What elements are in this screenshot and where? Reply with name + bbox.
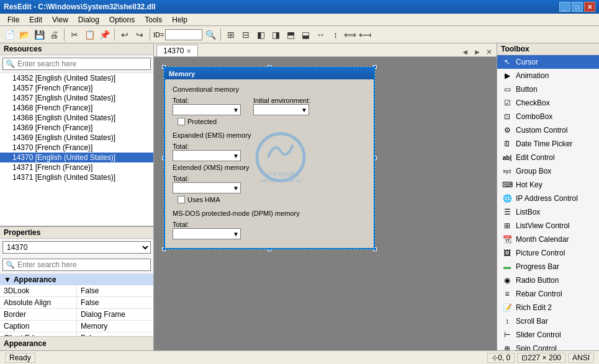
toolbox-item-month-calendar[interactable]: 📆 Month Calendar	[497, 233, 599, 246]
list-item[interactable]: 14352 [English (United States)]	[0, 73, 153, 83]
maximize-button[interactable]: □	[572, 2, 583, 12]
menu-tools[interactable]: Tools	[140, 14, 167, 25]
center-h[interactable]: ↔	[313, 28, 327, 42]
undo-button[interactable]: ↩	[118, 28, 132, 42]
toolbox-item-radio-button[interactable]: ◉ Radio Button	[497, 273, 599, 287]
toolbox-item-label: CheckBox	[516, 99, 550, 107]
ems-total-combo[interactable]: ▼	[173, 150, 241, 161]
dpmi-total-combo[interactable]: ▼	[173, 228, 241, 239]
xms-total-group: Total: ▼	[173, 175, 366, 193]
close-editor-button[interactable]: ✕	[484, 48, 494, 56]
toolbox-item-ip-address[interactable]: 🌐 IP Address Control	[497, 192, 599, 205]
align-button[interactable]: ⊟	[239, 28, 253, 42]
prop-value[interactable]: False	[77, 297, 153, 308]
toolbox-item-edit-control[interactable]: ab| Edit Control	[497, 151, 599, 164]
align-left[interactable]: ◧	[254, 28, 268, 42]
menu-options[interactable]: Options	[104, 14, 140, 25]
print-button[interactable]: 🖨	[47, 28, 61, 42]
total-combo[interactable]: ▼	[173, 104, 241, 115]
list-item[interactable]: 14369 [English (United States)]	[0, 133, 153, 143]
toolbox-item-slider-control[interactable]: ⊢ Slider Control	[497, 328, 599, 342]
save-button[interactable]: 💾	[32, 28, 46, 42]
toolbox-item-progress-bar[interactable]: ▬ Progress Bar	[497, 260, 599, 273]
list-item[interactable]: 14371 [English (United States)]	[0, 172, 153, 182]
align-top[interactable]: ⬒	[284, 28, 297, 42]
toolbox-item-cursor[interactable]: ↖ Cursor	[497, 55, 599, 69]
menu-view[interactable]: View	[47, 14, 73, 25]
new-button[interactable]: 📄	[2, 28, 16, 42]
open-button[interactable]: 📂	[17, 28, 31, 42]
toolbox-item-hot-key[interactable]: ⌨ Hot Key	[497, 178, 599, 192]
protected-row: Protected	[178, 118, 366, 125]
toolbox-item-rebar-control[interactable]: ≡ Rebar Control	[497, 287, 599, 301]
list-item[interactable]: 14368 [English (United States)]	[0, 113, 153, 123]
menu-file[interactable]: File	[2, 14, 24, 25]
ems-total-label: Total:	[173, 143, 366, 150]
slider-control-icon: ⊢	[502, 330, 512, 340]
minimize-button[interactable]: _	[559, 2, 570, 12]
list-item[interactable]: 14357 [French (France)]	[0, 83, 153, 93]
toolbox-item-animation[interactable]: ▶ Animation	[497, 69, 599, 82]
toolbox-item-picture-control[interactable]: 🖼 Picture Control	[497, 246, 599, 260]
center-v[interactable]: ↕	[328, 28, 342, 42]
align-right[interactable]: ◨	[269, 28, 282, 42]
toolbox-item-label: Animation	[516, 71, 549, 80]
toolbox-item-listbox[interactable]: ☰ ListBox	[497, 205, 599, 219]
list-item[interactable]: 14370 [French (France)]	[0, 143, 153, 153]
section-label: Appearance	[14, 275, 56, 284]
cut-button[interactable]: ✂	[68, 28, 81, 42]
toolbox-item-spin-control[interactable]: ⊕ Spin Control	[497, 342, 599, 350]
edit-control-icon: ab|	[502, 153, 512, 162]
toolbox-item-checkbox[interactable]: ☑ CheckBox	[497, 96, 599, 110]
space-h[interactable]: ⟺	[343, 28, 357, 42]
listbox-icon: ☰	[502, 207, 512, 217]
list-item[interactable]: 14371 [French (France)]	[0, 162, 153, 172]
redo-button[interactable]: ↪	[133, 28, 146, 42]
id-input[interactable]	[165, 29, 202, 40]
list-item[interactable]: 14368 [French (France)]	[0, 103, 153, 113]
title-bar-title: ResEdit - C:\Windows\System32\shell32.dl…	[4, 2, 156, 11]
toolbox-item-combobox[interactable]: ⊡ ComboBox	[497, 110, 599, 123]
prop-value[interactable]: Memory	[77, 321, 153, 332]
menu-dialog[interactable]: Dialog	[73, 14, 104, 25]
space-v[interactable]: ⟻	[358, 28, 372, 42]
xms-total-combo[interactable]: ▼	[173, 182, 241, 193]
toolbox-item-rich-edit[interactable]: 📝 Rich Edit 2	[497, 301, 599, 314]
toolbox-item-custom-control[interactable]: ⚙ Custom Control	[497, 123, 599, 137]
menu-help[interactable]: Help	[167, 14, 192, 25]
tab-close-icon[interactable]: ✕	[186, 48, 191, 55]
dialog-window: Memory Conventional memory Total: ▼	[164, 67, 375, 249]
protected-checkbox[interactable]	[178, 118, 185, 125]
xms-total-label: Total:	[173, 175, 366, 182]
toolbox-item-datetime-picker[interactable]: 🗓 Date Time Picker	[497, 137, 599, 151]
search-icon-props: 🔍	[6, 260, 15, 269]
toolbox-item-group-box[interactable]: xyz Group Box	[497, 164, 599, 178]
copy-button[interactable]: 📋	[83, 28, 96, 42]
initial-combo[interactable]: ▼	[253, 104, 309, 115]
toolbox-item-scroll-bar[interactable]: ↕ Scroll Bar	[497, 314, 599, 328]
close-button[interactable]: ✕	[584, 2, 595, 12]
list-item[interactable]: 14357 [English (United States)]	[0, 93, 153, 103]
props-search-input[interactable]	[17, 260, 148, 269]
menu-edit[interactable]: Edit	[24, 14, 47, 25]
toolbox-item-label: Radio Button	[516, 276, 559, 285]
resources-search-input[interactable]	[17, 60, 148, 68]
nav-next-button[interactable]: ►	[472, 48, 483, 56]
list-item[interactable]: 14369 [French (France)]	[0, 123, 153, 133]
coords-icon: ⊹	[492, 353, 498, 362]
prop-value[interactable]: Dialog Frame	[77, 309, 153, 320]
tab-14370[interactable]: 14370 ✕	[156, 45, 198, 56]
id-search-button[interactable]: 🔍	[204, 28, 217, 42]
status-ready: Ready	[5, 353, 35, 363]
uses-hma-checkbox[interactable]	[178, 196, 185, 203]
align-bottom[interactable]: ⬓	[299, 28, 312, 42]
nav-prev-button[interactable]: ◄	[459, 48, 471, 56]
properties-id-select[interactable]: 14370	[2, 241, 151, 254]
paste-button[interactable]: 📌	[97, 28, 111, 42]
ready-label: Ready	[9, 353, 31, 362]
toolbox-item-listview[interactable]: ⊞ ListView Control	[497, 219, 599, 233]
list-item-selected[interactable]: 14370 [English (United States)]	[0, 153, 153, 162]
prop-value[interactable]: False	[77, 285, 153, 296]
grid-button[interactable]: ⊞	[224, 28, 238, 42]
toolbox-item-button[interactable]: ▭ Button	[497, 82, 599, 96]
